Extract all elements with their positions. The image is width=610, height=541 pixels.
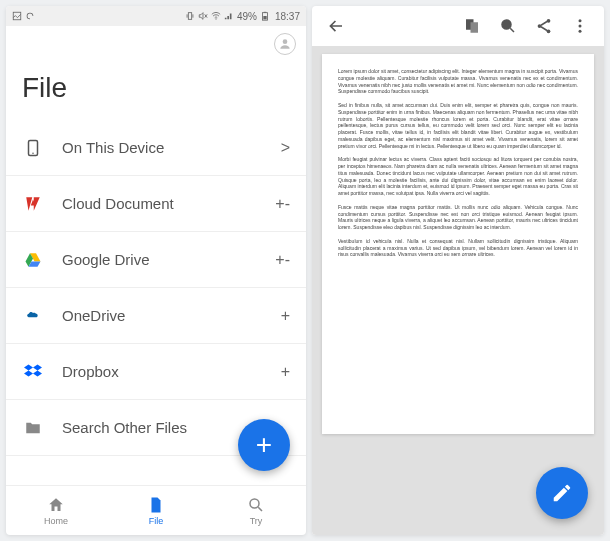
location-action: +- <box>275 195 290 213</box>
document-page: Lorem ipsum dolor sit amet, consectetur … <box>322 54 594 434</box>
status-bar-left: 49% 18:37 <box>6 6 306 26</box>
share-button[interactable] <box>528 10 560 42</box>
edit-fab[interactable] <box>536 467 588 519</box>
nav-label: Try <box>250 516 263 526</box>
chevron-right-icon: > <box>281 139 290 157</box>
image-icon <box>12 11 22 21</box>
location-label: Dropbox <box>62 363 281 380</box>
back-button[interactable] <box>320 10 352 42</box>
pdf-toolbar <box>312 6 604 46</box>
wifi-icon <box>211 11 221 21</box>
device-icon <box>22 137 44 159</box>
svg-rect-5 <box>263 16 266 19</box>
dropbox-icon <box>22 361 44 383</box>
more-button[interactable] <box>564 10 596 42</box>
time-text: 18:37 <box>275 11 300 22</box>
svg-rect-11 <box>471 22 479 33</box>
svg-point-12 <box>502 20 511 29</box>
location-label: On This Device <box>62 139 281 156</box>
svg-rect-4 <box>264 12 267 13</box>
search-button[interactable] <box>492 10 524 42</box>
page-title: File <box>6 62 306 120</box>
doc-paragraph: Lorem ipsum dolor sit amet, consectetur … <box>338 68 578 95</box>
add-fab[interactable]: + <box>238 419 290 471</box>
svg-point-6 <box>283 39 288 44</box>
search-icon <box>247 496 265 514</box>
doc-paragraph: Sed in finibus nulla, sit amet accumsan … <box>338 102 578 149</box>
document-viewport[interactable]: Lorem ipsum dolor sit amet, consectetur … <box>312 46 604 535</box>
vibrate-icon <box>185 11 195 21</box>
svg-rect-1 <box>188 13 191 20</box>
location-label: Cloud Document <box>62 195 275 212</box>
svg-point-18 <box>579 30 582 33</box>
location-cloud-document[interactable]: Cloud Document +- <box>6 176 306 232</box>
adobe-icon <box>22 193 44 215</box>
phone-left: 49% 18:37 File On This Device > Cloud Do… <box>6 6 306 535</box>
doc-paragraph: Fusce mattis neque vitae magna porttitor… <box>338 204 578 231</box>
sync-icon <box>25 11 35 21</box>
location-onedrive[interactable]: OneDrive + <box>6 288 306 344</box>
bottom-nav: Home File Try <box>6 485 306 535</box>
pencil-icon <box>551 482 573 504</box>
doc-paragraph: Morbi feugiat pulvinar lectus ac viverra… <box>338 156 578 197</box>
profile-row <box>6 26 306 62</box>
battery-text: 49% <box>237 11 257 22</box>
onedrive-icon <box>22 305 44 327</box>
nav-home[interactable]: Home <box>6 496 106 526</box>
signal-icon <box>224 11 234 21</box>
svg-point-8 <box>32 152 34 154</box>
svg-point-2 <box>215 18 216 19</box>
location-label: Google Drive <box>62 251 275 268</box>
location-dropbox[interactable]: Dropbox + <box>6 344 306 400</box>
mute-icon <box>198 11 208 21</box>
google-drive-icon <box>22 249 44 271</box>
nav-try[interactable]: Try <box>206 496 306 526</box>
folder-icon <box>22 417 44 439</box>
nav-file[interactable]: File <box>106 496 206 526</box>
phone-right: Lorem ipsum dolor sit amet, consectetur … <box>312 6 604 535</box>
pages-button[interactable] <box>456 10 488 42</box>
location-google-drive[interactable]: Google Drive +- <box>6 232 306 288</box>
location-action: + <box>281 307 290 325</box>
doc-paragraph: Vestibulum id vehicula nisl. Nulla et co… <box>338 238 578 258</box>
location-action: +- <box>275 251 290 269</box>
nav-label: File <box>149 516 164 526</box>
location-on-this-device[interactable]: On This Device > <box>6 120 306 176</box>
plus-icon: + <box>256 429 272 461</box>
svg-point-17 <box>579 25 582 28</box>
profile-button[interactable] <box>274 33 296 55</box>
location-action: + <box>281 363 290 381</box>
file-icon <box>147 496 165 514</box>
svg-point-9 <box>250 499 259 508</box>
svg-point-16 <box>579 19 582 22</box>
battery-icon <box>260 11 270 21</box>
nav-label: Home <box>44 516 68 526</box>
home-icon <box>47 496 65 514</box>
location-label: OneDrive <box>62 307 281 324</box>
